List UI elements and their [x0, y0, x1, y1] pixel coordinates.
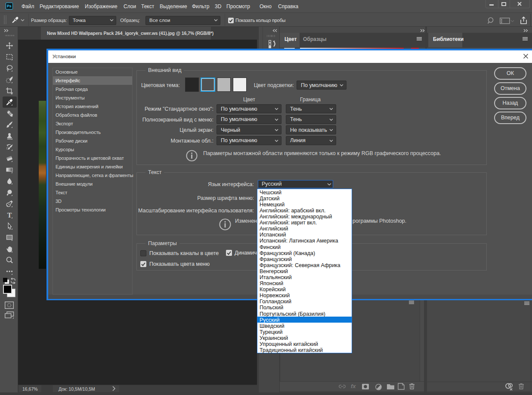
- svg-text:T: T: [7, 211, 12, 219]
